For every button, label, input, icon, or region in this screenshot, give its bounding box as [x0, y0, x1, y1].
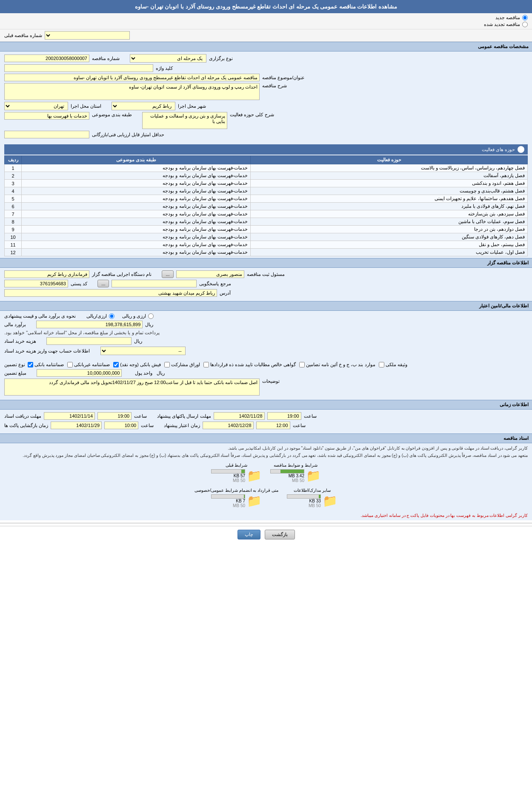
payment-note: پرداخت تمام و یا بخشی از مبلغ مناقصه، از… [4, 330, 160, 336]
keyword-input[interactable] [4, 64, 153, 72]
city-select[interactable]: رباط کریم [112, 102, 175, 110]
table-row: فصل دوازدهم، بتن در درجا خدمات-فهرست بها… [5, 226, 528, 233]
guarantee-gواهی[interactable]: گواهی خالص مطالبات تایید شده ذه قرارداده… [203, 362, 296, 367]
activity-cell: فصل دوازدهم، بتن در درجا [251, 226, 528, 233]
financial-section-header: اطلاعات مالی/تامین اعتبار [0, 301, 532, 311]
activity-table-header: حوزه های فعالیت [4, 144, 528, 155]
radio-foreign-currency[interactable]: ارزی و ریالی [122, 313, 154, 319]
category-input[interactable] [4, 112, 89, 120]
guarantee-wathiqa[interactable]: وثیقه ملکی [379, 362, 407, 367]
row-num-cell: 9 [5, 226, 22, 233]
deadline-label: مهلت دریافت اسناد [4, 413, 41, 419]
submit-date-input[interactable] [214, 412, 265, 420]
currency-type-label: نحوه ی برآورد مالی و قیمت پیشنهادی [4, 313, 76, 319]
activity-cell: فصل هفتم، اندود و بندکشی [251, 180, 528, 187]
responsible-input[interactable] [176, 270, 244, 278]
category-cell: خدمات-فهرست بهای سازمان برنامه و بودجه [22, 233, 251, 241]
open-date-input[interactable] [51, 422, 102, 429]
guarantee-amount-label: مبلغ تضمین [4, 370, 26, 376]
file3-icon: 📁 [323, 494, 338, 508]
address-label: آدرس [220, 290, 231, 296]
bottom-buttons: بازگشت چاپ [0, 526, 532, 543]
file2-size-text: 57 KB [211, 473, 245, 478]
activity-scope-label: شرح کلی حوزه فعالیت [230, 112, 274, 118]
postal-input[interactable] [4, 280, 68, 287]
table-row: فصل هفتم، اندود و بندکشی خدمات-فهرست بها… [5, 180, 528, 187]
reference-dots-btn[interactable]: ... [97, 280, 109, 287]
table-row: فصل اول، عملیات تخریب خدمات-فهرست بهای س… [5, 249, 528, 256]
executor-input[interactable] [4, 270, 89, 278]
file4-icon: 📁 [247, 494, 262, 508]
file-attachments: شرایط و ضوابط مناقصه 📁 3.42 MB 50 MB شرا… [4, 460, 528, 485]
row-num-cell: 4 [5, 187, 22, 195]
validity-label: زمان اعتبار پیشنهاد [164, 423, 200, 428]
table-row: فصل سیزدهم، بتن بتن‌سازخته خدمات-فهرست ب… [5, 210, 528, 218]
submit-time-input[interactable] [267, 412, 301, 420]
radio-revised[interactable]: مناقصه تجدید شده [4, 22, 528, 27]
file4-size-text: 7 KB [211, 499, 245, 503]
page-header: مشاهده اطلاعات مناقصه عمومی یک مرحله ای … [0, 0, 532, 13]
file2-limit: 50 MB [211, 478, 245, 483]
activity-cell: فصل هفدهم، ساختمانها، علایم و تجهیزات ای… [251, 195, 528, 203]
guarantee-banki[interactable]: ضمانتنامه بانکی [28, 362, 64, 367]
desc-textarea[interactable]: احداث رمپ و لوپ ورودی روستای آلارد از سم… [4, 83, 260, 100]
file-attachments-2: سایر مدارک/اطلاعات 📁 33 KB 50 MB متی قرا… [4, 485, 528, 511]
table-row: فصل یازدهم، آسفالت خدمات-فهرست بهای سازم… [5, 172, 528, 180]
col-activity: حوزه فعالیت [251, 156, 528, 164]
guarantee-ayeen[interactable]: موارد بند ب، ج و خ آئین نامه تضامین [299, 362, 375, 367]
radio-group: مناقصه جدید مناقصه تجدید شده [0, 13, 532, 29]
notes-label: توضیحات [262, 379, 280, 384]
row-num-cell: 2 [5, 172, 22, 180]
activity-scope-textarea[interactable]: پرسازی و بتن ریزی و اسفالت و عملیات بنای… [142, 112, 227, 129]
category-cell: خدمات-فهرست بهای سازمان برنامه و بودجه [22, 241, 251, 249]
doc-notice: کاربر گرامی، دریافت اسناد در مهلت قانونی… [4, 446, 528, 450]
open-time-input[interactable] [104, 422, 138, 429]
activity-cell: فصل چهاردهم، ریزاساس، اساس، زیربالاست و … [251, 164, 528, 172]
reference-input[interactable] [112, 280, 197, 287]
guarantee-gheyr[interactable]: ضمانتنامه غیربانکی [67, 362, 110, 367]
general-specs-header: مشخصات مناقصه عمومی [0, 42, 532, 52]
desc-label: شرح مناقصه [262, 83, 287, 89]
guarantee-awraq[interactable]: اوراق مشارکت [164, 362, 200, 367]
radio-new[interactable]: مناقصه جدید [4, 15, 528, 20]
tender-type-label: نوع برگزاری [209, 56, 233, 61]
budget-unit-label: ریال [145, 322, 153, 327]
deadline-time-input[interactable] [97, 412, 132, 420]
category-cell: خدمات-فهرست بهای سازمان برنامه و بودجه [22, 180, 251, 187]
deed-fee-input[interactable] [46, 337, 132, 345]
row-num-cell: 11 [5, 241, 22, 249]
score-input[interactable] [4, 131, 89, 138]
deed-fee-unit: ریال [134, 339, 142, 344]
address-input[interactable] [4, 289, 217, 297]
guarantee-amount-input[interactable] [37, 369, 122, 377]
category-cell: خدمات-فهرست بهای سازمان برنامه و بودجه [22, 203, 251, 210]
print-button[interactable]: چاپ [237, 530, 260, 539]
back-button[interactable]: بازگشت [265, 530, 295, 539]
activity-cell: فصل بیستم، حمل و نقل [251, 241, 528, 249]
prev-tender-select[interactable] [45, 31, 130, 40]
tender-type-select[interactable]: یک مرحله ای [130, 54, 206, 63]
file4-limit: 50 MB [211, 503, 245, 508]
title-input[interactable] [4, 74, 260, 81]
budget-input[interactable] [36, 321, 143, 328]
deed-fee-label: هزینه خرید اسناد [4, 339, 36, 344]
province-label: استان محل اجرا [71, 103, 101, 109]
category-cell: خدمات-فهرست بهای سازمان برنامه و بودجه [22, 187, 251, 195]
guarantee-fiche[interactable]: فیش بانکی (وجه نقد) [113, 362, 161, 367]
deadline-date-input[interactable] [44, 412, 95, 420]
validity-time-input[interactable] [256, 422, 290, 429]
tender-number-input[interactable] [4, 55, 89, 62]
documents-section-header: اسناد مناقصه [0, 433, 532, 443]
province-select[interactable]: تهران [4, 102, 68, 110]
validity-date-input[interactable] [203, 422, 254, 429]
radio-rial-currency[interactable]: ارزی/ریالی [86, 313, 114, 319]
activity-cell: فصل اول، عملیات تخریب [251, 249, 528, 256]
file-item-1: شرایط و ضوابط مناقصه 📁 3.42 MB 50 MB [270, 463, 321, 483]
file3-size-bar [287, 494, 321, 499]
notes-textarea[interactable]: اصل ضمانت نامه بانکی حتما باید تا قبل از… [4, 379, 260, 396]
bank-info-select[interactable]: -- [100, 347, 186, 355]
tender-number-label: شماره مناقصه [92, 56, 120, 61]
activity-cell: فصل سیزدهم، بتن بتن‌سازخته [251, 210, 528, 218]
bank-info-label: اطلاعات حساب جهت واریز هزینه خرید اسناد [4, 348, 90, 354]
responsible-dots-btn[interactable]: ... [162, 270, 173, 278]
